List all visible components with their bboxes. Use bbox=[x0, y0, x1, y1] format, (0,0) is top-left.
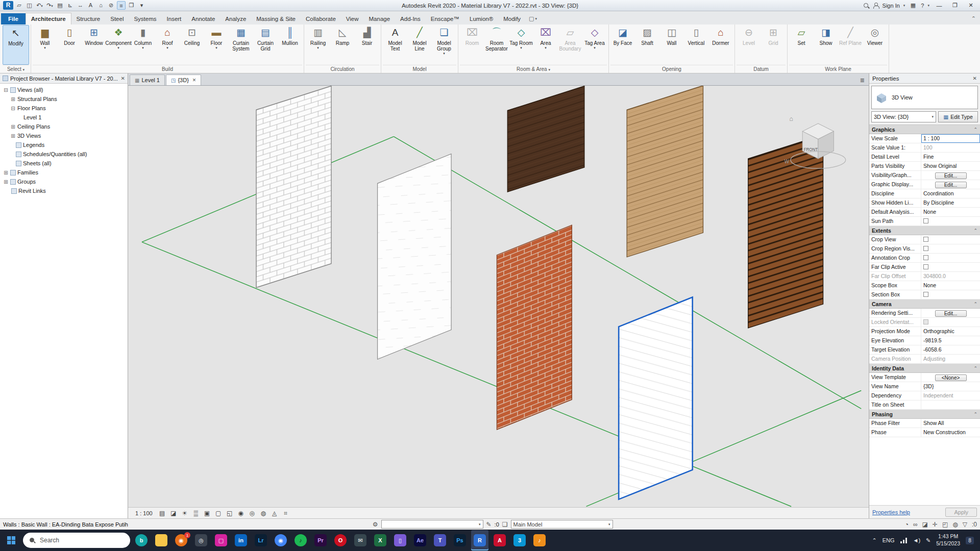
thin-lines-icon[interactable]: ≡ bbox=[117, 1, 126, 10]
tree-item-legends[interactable]: Legends bbox=[0, 140, 128, 149]
annotation-crop-checkbox[interactable] bbox=[923, 255, 928, 260]
tab-modify[interactable]: Modify bbox=[498, 13, 526, 24]
taskbar-app-groove-music[interactable]: ♪ bbox=[533, 534, 546, 546]
tool-roof[interactable]: ⌂Roof▾ bbox=[155, 25, 180, 65]
shadows-icon[interactable]: ▒ bbox=[191, 510, 201, 517]
language-indicator[interactable]: ENG bbox=[883, 537, 895, 543]
close-button[interactable]: ✕ bbox=[965, 2, 977, 9]
tab-lumion[interactable]: Lumion® bbox=[464, 13, 498, 24]
discipline-value[interactable]: Coordination bbox=[921, 189, 980, 198]
taskbar-app-excel[interactable]: X bbox=[374, 534, 386, 546]
apply-button[interactable]: Apply bbox=[945, 508, 977, 517]
help-caret-icon[interactable]: ▾ bbox=[927, 4, 929, 8]
sign-in-caret-icon[interactable]: ▾ bbox=[903, 4, 905, 8]
crop-view-icon[interactable]: ▢ bbox=[214, 510, 223, 517]
tool-wall[interactable]: ▆Wall▾ bbox=[33, 25, 57, 65]
tree-item-ceiling-plans[interactable]: ⊞Ceiling Plans bbox=[0, 122, 128, 131]
tool-curtain-system[interactable]: ▦Curtain System bbox=[229, 25, 253, 65]
tab-systems[interactable]: Systems bbox=[129, 13, 161, 24]
active-design-option-select[interactable]: Main Model▾ bbox=[511, 520, 613, 529]
taskbar-app-bing[interactable]: b bbox=[135, 534, 148, 546]
tree-item-schedules[interactable]: Schedules/Quantities (all) bbox=[0, 149, 128, 159]
section-box-checkbox[interactable] bbox=[923, 292, 928, 297]
graphic-display-edit-button[interactable]: Edit... bbox=[935, 182, 967, 188]
taskbar-app-chrome[interactable]: ◉ bbox=[275, 534, 287, 546]
tool-model-group[interactable]: ❏Model Group▾ bbox=[432, 25, 456, 65]
show-crop-region-icon[interactable]: ◱ bbox=[225, 510, 234, 517]
editing-requests-icon[interactable]: ✎ bbox=[486, 521, 492, 528]
tool-floor[interactable]: ▬Floor▾ bbox=[204, 25, 229, 65]
tool-curtain-grid[interactable]: ▤Curtain Grid bbox=[253, 25, 278, 65]
section-graphics[interactable]: Graphics⌃ bbox=[869, 125, 980, 134]
sun-path-icon[interactable]: ☀ bbox=[180, 510, 189, 517]
drag-on-selection-toggle-icon[interactable]: ◍ bbox=[952, 521, 958, 528]
background-processes-icon[interactable]: ◔ bbox=[905, 521, 909, 528]
title-on-sheet-value[interactable] bbox=[921, 400, 980, 409]
tool-ceiling[interactable]: ⊡Ceiling bbox=[180, 25, 204, 65]
taskbar-app-spotify[interactable]: ♪ bbox=[295, 534, 307, 546]
tool-room[interactable]: ⌧Room bbox=[460, 25, 484, 65]
tab-massing-site[interactable]: Massing & Site bbox=[251, 13, 301, 24]
crop-view-checkbox[interactable] bbox=[923, 237, 928, 242]
taskbar-app-autocad[interactable]: A bbox=[494, 534, 506, 546]
tool-shaft[interactable]: ▨Shaft bbox=[635, 25, 659, 65]
expander-icon[interactable]: ⊞ bbox=[3, 179, 9, 185]
tab-insert[interactable]: Insert bbox=[162, 13, 187, 24]
panel-label-room-area[interactable]: Room & Area ▾ bbox=[460, 65, 607, 73]
tool-window[interactable]: ⊞Window bbox=[82, 25, 106, 65]
panel-label-select[interactable]: Select ▾ bbox=[3, 65, 29, 73]
help-button[interactable]: ? bbox=[921, 3, 924, 9]
text-tool-icon[interactable]: A bbox=[86, 1, 95, 10]
type-selector-combo[interactable]: 3D View: {3D}▾ bbox=[871, 111, 936, 122]
tool-model-line[interactable]: ╱Model Line bbox=[407, 25, 432, 65]
taskbar-app-file-explorer[interactable] bbox=[155, 534, 167, 546]
user-icon[interactable] bbox=[873, 3, 879, 9]
target-elevation-value[interactable]: -6058.6 bbox=[921, 345, 980, 354]
tool-room-separator[interactable]: ⌒Room Separator bbox=[484, 25, 509, 65]
tool-modify[interactable]: ↖ Modify bbox=[3, 25, 29, 65]
tab-add-ins[interactable]: Add-Ins bbox=[395, 13, 426, 24]
section-phasing[interactable]: Phasing⌃ bbox=[869, 410, 980, 419]
reveal-hidden-elements-icon[interactable]: ◎ bbox=[248, 510, 257, 517]
tree-item-views-all[interactable]: ⊟Views (all) bbox=[0, 85, 128, 94]
tool-stair[interactable]: ▟Stair bbox=[355, 25, 379, 65]
tool-column[interactable]: ▮Column▾ bbox=[131, 25, 155, 65]
taskbar-app-teams[interactable]: T bbox=[434, 534, 446, 546]
show-hidden-lines-value[interactable]: By Discipline bbox=[921, 198, 980, 207]
expander-icon[interactable]: ⊞ bbox=[10, 96, 16, 102]
tool-wall-opening[interactable]: ◫Wall bbox=[659, 25, 684, 65]
tool-vertical-opening[interactable]: ▯Vertical bbox=[684, 25, 708, 65]
section-camera[interactable]: Camera⌃ bbox=[869, 299, 980, 309]
tree-item-3d-views[interactable]: ⊞3D Views bbox=[0, 131, 128, 140]
edit-type-button[interactable]: ▦Edit Type bbox=[938, 111, 978, 122]
taskbar-app-opera[interactable]: O bbox=[334, 534, 347, 546]
expander-icon[interactable]: ⊞ bbox=[10, 133, 16, 139]
view-name-value[interactable]: {3D} bbox=[921, 382, 980, 391]
eye-elevation-value[interactable]: -9819.5 bbox=[921, 336, 980, 345]
print-icon[interactable]: ▤ bbox=[56, 1, 64, 10]
detail-level-value[interactable]: Fine bbox=[921, 153, 980, 161]
tool-show[interactable]: ◨Show bbox=[814, 25, 838, 65]
default-analysis-value[interactable]: None bbox=[921, 208, 980, 216]
taskbar-app-3ds-max[interactable]: 3 bbox=[513, 534, 526, 546]
collapse-icon[interactable]: ⌃ bbox=[973, 228, 977, 233]
tab-structure[interactable]: Structure bbox=[71, 13, 106, 24]
active-workset-select[interactable]: ▾ bbox=[381, 520, 483, 529]
tab-steel[interactable]: Steel bbox=[105, 13, 129, 24]
taskbar-app-photoshop[interactable]: Ps bbox=[454, 534, 466, 546]
maximize-button[interactable]: ❐ bbox=[949, 2, 961, 9]
taskbar-search[interactable]: Search bbox=[23, 533, 130, 548]
taskbar-app-mail[interactable]: ✉ bbox=[354, 534, 366, 546]
analytical-model-icon[interactable]: ⌗ bbox=[281, 510, 290, 517]
temporary-hide-isolate-icon[interactable]: ◉ bbox=[236, 510, 246, 517]
tree-item-level-1[interactable]: Level 1 bbox=[0, 113, 128, 122]
start-button[interactable] bbox=[2, 530, 20, 551]
projection-mode-value[interactable]: Orthographic bbox=[921, 327, 980, 336]
project-browser-header[interactable]: Project Browser - Material Library V7 - … bbox=[0, 73, 128, 84]
scope-box-value[interactable]: None bbox=[921, 281, 980, 290]
expander-icon[interactable]: ⊞ bbox=[10, 124, 16, 130]
taskbar-app-obs[interactable]: ◎ bbox=[195, 534, 207, 546]
select-links-toggle-icon[interactable]: ∞ bbox=[913, 521, 918, 528]
collapse-icon[interactable]: ⌃ bbox=[973, 127, 977, 132]
far-clip-active-checkbox[interactable] bbox=[923, 264, 928, 269]
